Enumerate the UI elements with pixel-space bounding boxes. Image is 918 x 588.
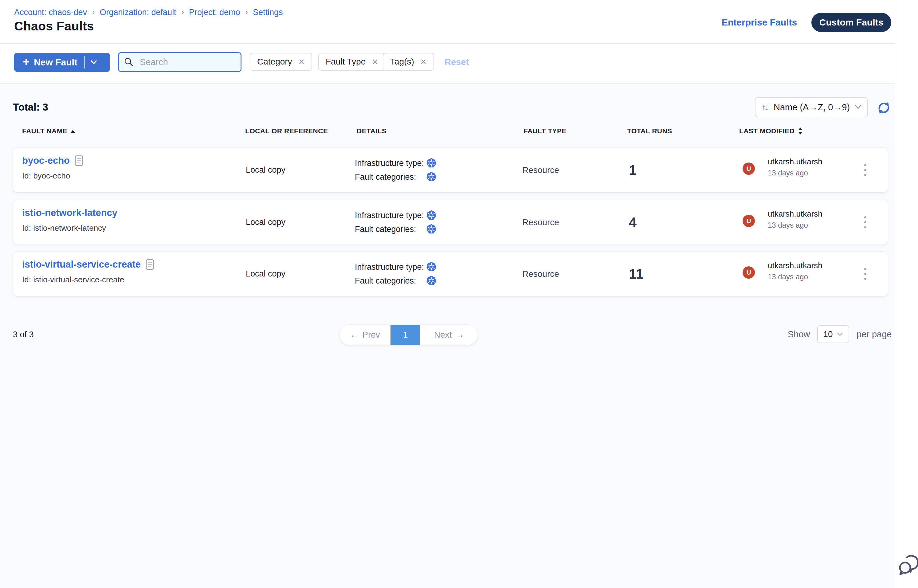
- page-size-select[interactable]: 10: [817, 325, 849, 343]
- fault-name-link[interactable]: byoc-echo: [22, 155, 70, 166]
- search-input[interactable]: [138, 57, 255, 67]
- filter-chip-label: Category: [257, 57, 292, 67]
- details-cell: Infrastructure type: Fault categories:: [355, 262, 437, 286]
- column-header-local-or-reference: LOCAL OR REFERENCE: [245, 127, 328, 135]
- kebab-menu-icon: [864, 169, 866, 171]
- modified-when: 13 days ago: [768, 221, 808, 229]
- kebab-menu-icon: [864, 221, 866, 223]
- sort-both-icon: [798, 127, 803, 135]
- fault-name-link[interactable]: istio-network-latency: [22, 207, 117, 218]
- row-menu-button[interactable]: [856, 200, 874, 244]
- new-fault-dropdown-toggle[interactable]: [90, 60, 98, 65]
- fault-categories-label: Fault categories:: [355, 276, 426, 286]
- fault-name-link[interactable]: istio-virtual-service-create: [22, 259, 141, 270]
- column-header-last-modified[interactable]: LAST MODIFIED: [739, 127, 803, 135]
- search-box: [118, 52, 241, 72]
- column-label: LOCAL OR REFERENCE: [245, 127, 328, 135]
- breadcrumb-separator-icon: ›: [245, 7, 248, 17]
- column-header-fault-name[interactable]: FAULT NAME: [22, 127, 75, 135]
- pagination: ← Prev 1 Next →: [339, 325, 478, 345]
- avatar: U: [743, 215, 755, 227]
- fault-categories-label: Fault categories:: [355, 225, 426, 234]
- table-row: istio-network-latency Id: istio-network-…: [13, 200, 888, 244]
- fault-name-cell: istio-virtual-service-create Id: istio-v…: [22, 259, 154, 284]
- new-fault-button[interactable]: + New Fault: [14, 53, 110, 72]
- total-runs-cell: 4: [629, 200, 637, 244]
- document-icon[interactable]: [145, 259, 154, 270]
- column-header-total-runs: TOTAL RUNS: [627, 127, 672, 135]
- table-row: byoc-echo Id: byoc-echo Local copy Infra…: [13, 148, 888, 192]
- per-page-label: per page: [857, 330, 892, 339]
- top-bar: Account: chaos-dev › Organization: defau…: [0, 0, 895, 44]
- kebab-menu-icon: [864, 174, 866, 176]
- kubernetes-icon: [426, 275, 437, 286]
- sort-arrows-icon: ↑↓: [761, 103, 768, 112]
- close-icon[interactable]: ✕: [420, 57, 427, 66]
- refresh-button[interactable]: [876, 100, 892, 116]
- chaos-faults-page: Account: chaos-dev › Organization: defau…: [0, 0, 918, 588]
- filter-chip-tags[interactable]: Tag(s) ✕: [383, 53, 434, 71]
- kebab-menu-icon: [864, 216, 866, 218]
- close-icon[interactable]: ✕: [372, 57, 378, 66]
- breadcrumb-separator-icon: ›: [181, 7, 184, 17]
- modified-by: utkarsh.utkarsh: [768, 261, 823, 270]
- document-icon[interactable]: [75, 155, 83, 166]
- chevron-down-icon: [837, 332, 843, 336]
- column-header-details: DETAILS: [357, 127, 386, 135]
- reset-filters-button[interactable]: Reset: [444, 57, 469, 67]
- total-runs-cell: 11: [629, 252, 644, 296]
- chat-support-icon: [898, 553, 918, 576]
- page-number-button[interactable]: 1: [391, 325, 420, 345]
- column-header-fault-type: FAULT TYPE: [524, 127, 567, 135]
- column-label: FAULT NAME: [22, 127, 67, 135]
- breadcrumb-account-link[interactable]: Account: chaos-dev: [14, 8, 87, 17]
- next-label: Next: [434, 330, 452, 340]
- right-gutter: [895, 0, 918, 588]
- chat-support-button[interactable]: [898, 553, 918, 577]
- infrastructure-type-label: Infrastructure type:: [355, 262, 426, 272]
- column-label: DETAILS: [357, 127, 386, 135]
- fault-id: Id: istio-virtual-service-create: [22, 275, 154, 284]
- table-row: istio-virtual-service-create Id: istio-v…: [13, 252, 888, 296]
- avatar: U: [743, 163, 755, 175]
- total-count: Total: 3: [13, 102, 48, 113]
- table-header-row: FAULT NAME LOCAL OR REFERENCE DETAILS FA…: [0, 127, 895, 139]
- enterprise-faults-link[interactable]: Enterprise Faults: [722, 17, 797, 27]
- close-icon[interactable]: ✕: [298, 57, 305, 66]
- plus-icon: +: [23, 56, 29, 68]
- left-arrow-icon: ←: [350, 330, 359, 340]
- breadcrumb-project-link[interactable]: Project: demo: [189, 8, 240, 17]
- modified-by: utkarsh.utkarsh: [768, 209, 823, 219]
- row-menu-button[interactable]: [856, 148, 874, 192]
- new-fault-label: New Fault: [34, 57, 78, 68]
- custom-faults-button[interactable]: Custom Faults: [811, 13, 891, 32]
- kebab-menu-icon: [864, 164, 866, 166]
- infrastructure-type-label: Infrastructure type:: [355, 158, 426, 168]
- next-page-button[interactable]: Next →: [420, 325, 478, 345]
- total-runs-cell: 1: [629, 148, 637, 192]
- fault-id: Id: istio-network-latency: [22, 223, 117, 233]
- sort-select[interactable]: ↑↓ Name (A→Z, 0→9): [755, 97, 868, 117]
- column-label: FAULT TYPE: [524, 127, 567, 135]
- local-or-reference-cell: Local copy: [246, 148, 285, 192]
- kebab-menu-icon: [864, 268, 866, 270]
- prev-page-button[interactable]: ← Prev: [339, 325, 391, 345]
- row-menu-button[interactable]: [856, 252, 874, 296]
- sort-select-value: Name (A→Z, 0→9): [774, 102, 850, 112]
- pagination-range: 3 of 3: [13, 330, 34, 339]
- breadcrumb-organization-link[interactable]: Organization: default: [100, 8, 176, 17]
- fault-type-cell: Resource: [522, 252, 559, 296]
- kebab-menu-icon: [864, 278, 866, 280]
- chevron-down-icon: [854, 105, 862, 110]
- avatar: U: [743, 267, 755, 279]
- right-arrow-icon: →: [455, 330, 464, 340]
- fault-categories-label: Fault categories:: [355, 172, 426, 182]
- refresh-icon: [876, 100, 892, 116]
- filter-chip-category[interactable]: Category ✕: [250, 53, 312, 71]
- kubernetes-icon: [426, 262, 437, 273]
- prev-label: Prev: [362, 330, 380, 340]
- kubernetes-icon: [426, 224, 437, 235]
- breadcrumb-settings-link[interactable]: Settings: [253, 8, 283, 17]
- filter-chip-fault-type[interactable]: Fault Type ✕: [318, 53, 386, 71]
- kebab-menu-icon: [864, 226, 866, 228]
